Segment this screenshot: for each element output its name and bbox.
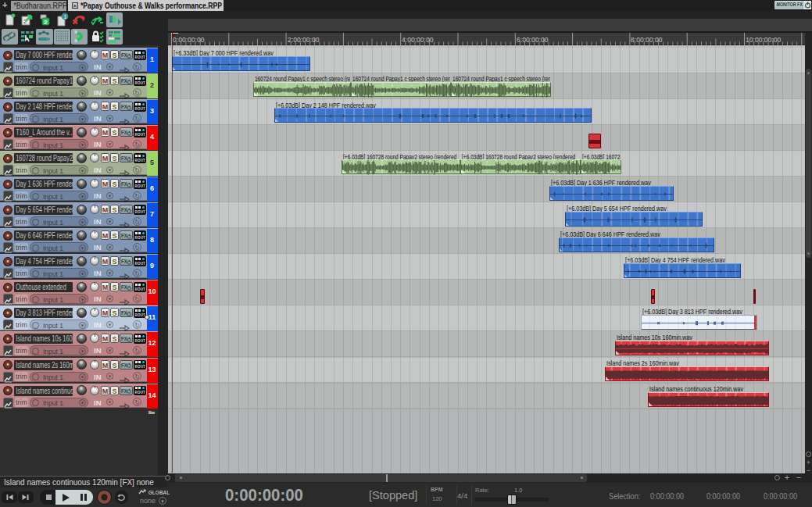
svg-text:2: 2 — [44, 19, 48, 26]
svg-text:1: 1 — [63, 14, 66, 20]
